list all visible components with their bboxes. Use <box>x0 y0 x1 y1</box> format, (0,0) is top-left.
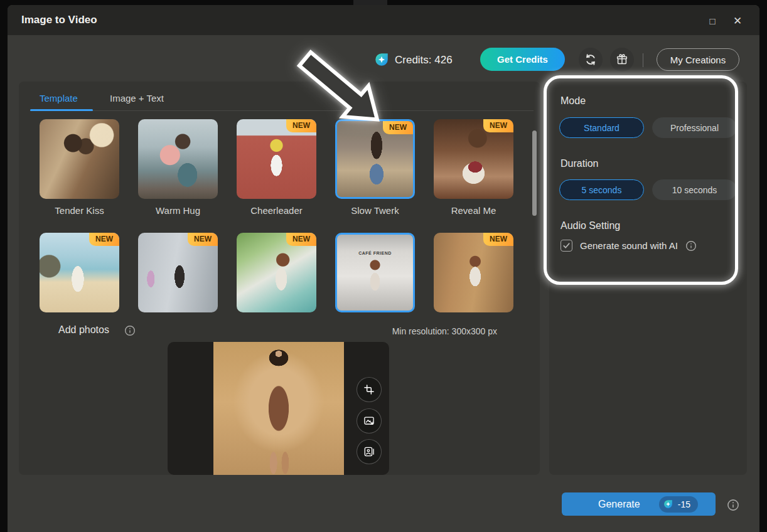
mode-options: StandardProfessional <box>559 117 737 138</box>
crop-icon <box>363 383 375 396</box>
portrait-icon <box>363 445 375 458</box>
template-card-beach-walk[interactable]: NEW <box>40 233 119 312</box>
template-card-cafe-friend[interactable]: CAFÉ FRIEND <box>335 233 415 312</box>
template-card-reveal-me[interactable]: NEWReveal Me <box>434 119 513 216</box>
generate-sound-checkbox[interactable] <box>560 240 572 252</box>
add-photos-label: Add photos <box>58 324 109 336</box>
credit-cost-value: -15 <box>678 499 690 509</box>
dialog-title: Image to Video <box>21 5 97 35</box>
close-button[interactable]: ✕ <box>729 13 746 29</box>
template-thumbnail: NEW <box>40 233 119 312</box>
template-card-tender-kiss[interactable]: Tender Kiss <box>40 119 119 216</box>
credits-balance: Credits: 426 <box>395 54 453 66</box>
credit-cost-icon <box>663 499 673 509</box>
settings-panel: Mode StandardProfessional Duration 5 sec… <box>549 82 747 475</box>
generate-button[interactable]: Generate -15 <box>562 492 716 516</box>
get-credits-button[interactable]: Get Credits <box>480 48 565 71</box>
my-creations-button[interactable]: My Creations <box>657 48 739 71</box>
option-professional[interactable]: Professional <box>652 117 737 138</box>
option-10-seconds[interactable]: 10 seconds <box>652 179 737 200</box>
template-panel: Template Image + Text Tender KissWarm Hu… <box>19 82 540 475</box>
image-to-video-dialog: Image to Video □ ✕ Credits: 426 Get Cred… <box>8 5 759 532</box>
generate-label: Generate <box>598 499 640 510</box>
template-name: Warm Hug <box>156 205 200 216</box>
template-name: Slow Twerk <box>351 205 399 216</box>
template-thumbnail: NEW <box>335 119 415 199</box>
header-divider <box>643 53 643 67</box>
template-thumbnail: NEW <box>434 233 513 312</box>
template-thumbnail: NEW <box>237 119 316 199</box>
gift-icon <box>615 53 629 66</box>
uploaded-photo <box>213 342 344 475</box>
credits-icon <box>373 51 390 68</box>
template-card-cheerleader[interactable]: NEWCheerleader <box>237 119 316 216</box>
template-thumbnail: NEW <box>237 233 316 312</box>
new-badge: NEW <box>188 233 218 246</box>
refresh-button[interactable] <box>579 48 603 72</box>
audio-setting-label: Audio Setting <box>560 220 620 231</box>
new-badge: NEW <box>286 233 316 246</box>
template-name: Tender Kiss <box>55 205 104 216</box>
tab-image-text[interactable]: Image + Text <box>110 93 164 104</box>
template-grid: Tender KissWarm HugNEWCheerleaderNEWSlow… <box>19 117 534 312</box>
add-photos-info-icon[interactable] <box>124 325 136 336</box>
refresh-icon <box>584 53 598 66</box>
generate-info-icon[interactable] <box>727 499 739 511</box>
titlebar: Image to Video □ ✕ <box>8 5 759 35</box>
tab-divider <box>30 110 534 111</box>
tab-template[interactable]: Template <box>40 93 78 104</box>
min-resolution-note: Min resolution: 300x300 px <box>392 326 497 336</box>
audio-setting-row: Generate sound with AI <box>560 240 697 252</box>
new-badge: NEW <box>89 233 119 246</box>
template-card-warm-hug[interactable]: Warm Hug <box>138 119 218 216</box>
portrait-button[interactable] <box>357 439 382 464</box>
template-scroll-area: Tender KissWarm HugNEWCheerleaderNEWSlow… <box>19 117 534 312</box>
new-badge: NEW <box>286 119 316 132</box>
template-name: Cheerleader <box>250 205 303 216</box>
thumbnail-package-text: CAFÉ FRIEND <box>337 251 413 255</box>
template-card-boxed-doll[interactable]: NEW <box>434 233 513 312</box>
template-thumbnail <box>40 119 119 199</box>
template-thumbnail: NEW <box>434 119 513 199</box>
duration-label: Duration <box>560 158 598 169</box>
duration-options: 5 seconds10 seconds <box>559 179 737 200</box>
replace-image-icon <box>363 415 375 427</box>
gift-button[interactable] <box>610 48 634 72</box>
scrollbar-thumb[interactable] <box>532 130 537 216</box>
template-card-figurine-garden[interactable]: NEW <box>237 233 316 312</box>
mode-label: Mode <box>560 95 586 107</box>
template-thumbnail: CAFÉ FRIEND <box>335 233 415 312</box>
generate-sound-label: Generate sound with AI <box>580 240 678 251</box>
new-badge: NEW <box>483 119 513 132</box>
template-thumbnail: NEW <box>138 233 218 312</box>
option-5-seconds[interactable]: 5 seconds <box>559 179 644 200</box>
credit-cost-pill: -15 <box>659 496 698 513</box>
active-tab-underline <box>30 109 93 111</box>
crop-button[interactable] <box>357 377 382 402</box>
photo-preview-strip <box>168 342 389 475</box>
audio-info-icon[interactable] <box>685 240 697 252</box>
screen: Image to Video □ ✕ Credits: 426 Get Cred… <box>0 0 767 532</box>
new-badge: NEW <box>383 121 413 134</box>
template-card-street-dance[interactable]: NEW <box>138 233 218 312</box>
option-standard[interactable]: Standard <box>559 117 644 138</box>
template-thumbnail <box>138 119 218 199</box>
template-card-slow-twerk[interactable]: NEWSlow Twerk <box>335 119 415 216</box>
replace-image-button[interactable] <box>357 408 382 434</box>
template-name: Reveal Me <box>451 205 496 216</box>
maximize-button[interactable]: □ <box>704 13 721 29</box>
new-badge: NEW <box>483 233 513 246</box>
